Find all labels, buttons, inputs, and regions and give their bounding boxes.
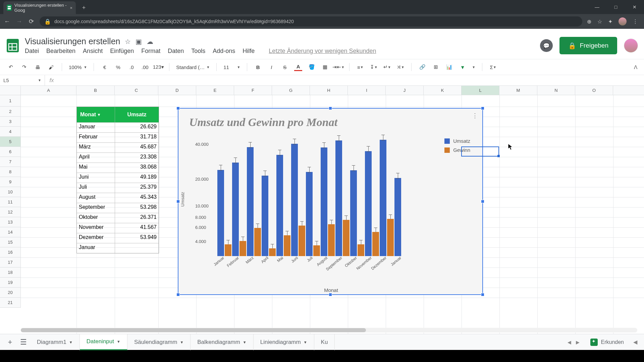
column-header[interactable]: K [424, 86, 462, 95]
table-cell[interactable]: 49.189 [115, 173, 159, 183]
table-cell[interactable]: 38.068 [115, 163, 159, 173]
table-cell[interactable] [115, 243, 159, 253]
table-cell[interactable]: Mai [77, 163, 115, 173]
sheet-tab[interactable]: Liniendiagramm▼ [254, 334, 314, 350]
table-cell[interactable]: Oktober [77, 213, 115, 223]
sheet-tab[interactable]: Ku [314, 334, 335, 350]
sheet-tab[interactable]: Balkendiagramm▼ [191, 334, 253, 350]
valign-button[interactable]: ↧▼ [370, 63, 378, 71]
table-cell[interactable]: 23.308 [115, 153, 159, 163]
table-cell[interactable]: August [77, 193, 115, 203]
wrap-button[interactable]: ↵▼ [383, 63, 391, 71]
browser-tab-active[interactable]: Visualisierungen erstellen - Goog × [3, 1, 76, 14]
sheet-tab[interactable]: Dateninput▼ [80, 334, 127, 350]
column-header[interactable]: N [537, 86, 575, 95]
sheets-logo-icon[interactable] [4, 34, 21, 58]
resize-handle[interactable] [481, 107, 484, 110]
row-header[interactable]: 7 [0, 157, 20, 167]
all-sheets-button[interactable]: ☰ [17, 336, 30, 349]
sheet-tab[interactable]: Säulendiagramm▼ [127, 334, 191, 350]
embedded-chart[interactable]: ⋮ Umsatz und Gewinn pro Monat Umsatz Gew… [178, 108, 483, 295]
table-cell[interactable]: 26.371 [115, 213, 159, 223]
merge-button[interactable]: ⇥⇤▼ [334, 63, 342, 71]
rotate-button[interactable]: ⤭▼ [396, 63, 405, 71]
table-cell[interactable]: 45.343 [115, 193, 159, 203]
resize-handle[interactable] [329, 107, 332, 110]
add-sheet-button[interactable]: + [3, 336, 17, 349]
row-header[interactable]: 3 [0, 117, 20, 127]
table-cell[interactable]: Februar [77, 132, 115, 142]
row-header[interactable]: 10 [0, 187, 20, 197]
column-header[interactable]: B [76, 86, 115, 95]
profile-avatar-small[interactable] [619, 17, 627, 25]
row-header[interactable]: 12 [0, 207, 20, 217]
resize-handle[interactable] [329, 293, 332, 296]
select-all-corner[interactable] [0, 86, 21, 95]
table-cell[interactable]: 53.298 [115, 203, 159, 213]
row-header[interactable]: 14 [0, 227, 20, 237]
row-header[interactable]: 6 [0, 147, 20, 157]
row-header[interactable]: 9 [0, 177, 20, 187]
horizontal-scrollbar[interactable] [21, 328, 637, 333]
table-cell[interactable]: Juli [77, 183, 115, 193]
menu-einfügen[interactable]: Einfügen [110, 48, 134, 55]
row-header[interactable]: 5 [0, 137, 20, 147]
format-number-button[interactable]: 123▾ [154, 63, 162, 71]
account-avatar[interactable] [624, 39, 638, 53]
row-header[interactable]: 16 [0, 247, 20, 257]
row-header[interactable]: 4 [0, 127, 20, 137]
row-header[interactable]: 2 [0, 107, 20, 117]
sheet-nav-next[interactable]: ▶ [576, 340, 580, 345]
menu-add-ons[interactable]: Add-ons [213, 48, 235, 55]
table-cell[interactable]: 45.687 [115, 142, 159, 153]
zoom-select[interactable]: 100%▼ [69, 64, 87, 70]
menu-daten[interactable]: Daten [168, 48, 184, 55]
row-header[interactable]: 21 [0, 298, 20, 308]
table-cell[interactable]: November [77, 223, 115, 233]
table-cell[interactable]: März [77, 142, 115, 153]
resize-handle[interactable] [176, 293, 180, 296]
percent-button[interactable]: % [114, 63, 122, 71]
font-size-select[interactable]: 11▼ [223, 64, 240, 70]
insert-comment-button[interactable]: ⊞ [432, 63, 440, 71]
column-header[interactable]: G [272, 86, 310, 95]
star-icon[interactable]: ☆ [125, 38, 131, 46]
row-header[interactable]: 18 [0, 267, 20, 278]
move-icon[interactable]: ▣ [136, 38, 142, 46]
close-tab-icon[interactable]: × [70, 5, 72, 10]
table-cell[interactable]: Januar [77, 243, 115, 253]
table-cell[interactable]: Januar [77, 122, 115, 132]
menu-ansicht[interactable]: Ansicht [83, 48, 103, 55]
bold-button[interactable]: B [254, 63, 262, 71]
italic-button[interactable]: I [267, 63, 275, 71]
menu-tools[interactable]: Tools [191, 48, 205, 55]
column-header[interactable]: A [21, 86, 76, 95]
window-maximize-button[interactable]: □ [606, 0, 625, 14]
row-header[interactable]: 20 [0, 288, 20, 298]
reload-button[interactable]: ⟳ [28, 18, 35, 25]
zoom-icon[interactable]: ⊕ [587, 18, 591, 25]
column-header[interactable]: F [234, 86, 272, 95]
forward-button[interactable]: → [15, 18, 23, 25]
explore-button[interactable]: Erkunden [584, 339, 630, 346]
table-cell[interactable]: 41.567 [115, 223, 159, 233]
side-panel-toggle[interactable]: ◀ [630, 339, 641, 345]
sheet-nav-prev[interactable]: ◀ [568, 340, 571, 345]
functions-button[interactable]: Σ▼ [489, 63, 497, 71]
row-header[interactable]: 19 [0, 278, 20, 288]
bookmark-icon[interactable]: ☆ [597, 18, 602, 25]
back-button[interactable]: ← [3, 18, 11, 25]
url-input[interactable]: 🔒 docs.google.com/spreadsheets/d/16sZAG8… [40, 16, 582, 26]
table-cell[interactable]: 25.379 [115, 183, 159, 193]
row-header[interactable]: 13 [0, 217, 20, 227]
print-button[interactable]: 🖶 [34, 63, 42, 71]
redo-button[interactable]: ↷ [20, 63, 28, 71]
column-header[interactable]: I [348, 86, 386, 95]
column-header[interactable]: C [115, 86, 158, 95]
sheet-tab[interactable]: Diagramm1▼ [30, 334, 80, 350]
row-header[interactable]: 1 [0, 95, 20, 107]
table-cell[interactable]: Juni [77, 173, 115, 183]
fill-color-button[interactable]: 🪣 [308, 63, 316, 71]
resize-handle[interactable] [481, 293, 484, 296]
cloud-status-icon[interactable]: ☁ [147, 38, 153, 46]
